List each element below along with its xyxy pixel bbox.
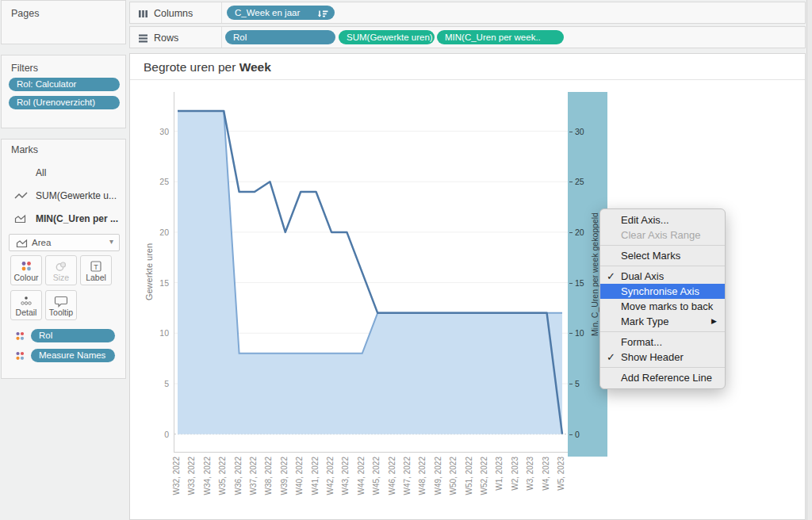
size-button[interactable]: Size	[45, 255, 77, 285]
filter-pill[interactable]: Rol: Calculator	[9, 78, 120, 91]
pages-shelf[interactable]: Pages	[1, 0, 126, 44]
x-axis-label: W3, 2023	[526, 457, 535, 514]
right-axis-tick-mark	[569, 283, 573, 284]
tooltip-button[interactable]: Tooltip	[45, 290, 77, 320]
shelf-pill[interactable]: Rol	[225, 30, 335, 44]
mark-type-dropdown[interactable]: Area ▾	[9, 234, 120, 251]
marks-field-pill[interactable]: Rol	[31, 329, 115, 342]
chart-plot-area[interactable]	[174, 92, 568, 453]
x-axis-label: W1, 2023	[495, 457, 504, 514]
area-mark-icon	[14, 214, 26, 226]
marks-title: Marks	[2, 140, 125, 155]
menu-item-label: Select Marks	[621, 250, 680, 262]
chevron-down-icon: ▾	[109, 237, 113, 246]
x-axis-label: W36, 2022	[234, 457, 243, 514]
left-axis-tick-label: 15	[144, 278, 169, 288]
pages-title: Pages	[2, 1, 125, 19]
rows-shelf[interactable]: Rows RolSUM(Gewerkte uren)MIN(C_Uren per…	[129, 26, 806, 48]
x-axis-label: W42, 2022	[326, 457, 335, 514]
menu-item-show-header[interactable]: ✓Show Header	[600, 350, 725, 365]
menu-item-clear-axis-range[interactable]: Clear Axis Range	[600, 228, 725, 243]
colour-button[interactable]: Colour	[10, 255, 42, 285]
marks-item-label: All	[36, 167, 46, 178]
left-axis-tick-label: 25	[144, 177, 169, 186]
right-axis-tick-label: 20	[575, 228, 584, 237]
menu-item-edit-axis[interactable]: Edit Axis...	[600, 212, 725, 228]
x-axis-label: W34, 2022	[203, 457, 213, 514]
left-axis-tick-label: 0	[144, 430, 169, 439]
sheet-title-bar[interactable]: Begrote uren per Week	[130, 54, 805, 80]
menu-item-label: Edit Axis...	[621, 214, 669, 226]
shelf-divider	[221, 2, 222, 23]
sort-desc-icon	[317, 8, 328, 20]
area-series[interactable]	[178, 111, 562, 434]
button-label: Tooltip	[46, 308, 76, 317]
columns-shelf[interactable]: Columns C_Week en jaar	[129, 2, 806, 24]
marks-item-all[interactable]: All	[2, 162, 125, 184]
shelf-pill[interactable]: MIN(C_Uren per week..	[437, 30, 564, 44]
menu-item-label: Format...	[621, 336, 662, 348]
pill-label: SUM(Gewerkte uren)	[347, 32, 433, 42]
chart-svg	[174, 92, 569, 453]
checkmark-icon: ✓	[607, 269, 615, 284]
menu-item-move-marks-to-back[interactable]: Move marks to back	[600, 299, 725, 314]
menu-item-label: Dual Axis	[621, 270, 664, 282]
x-axis-label: W5, 2023	[557, 457, 566, 514]
size-icon	[46, 260, 76, 273]
filters-shelf[interactable]: Filters Rol: CalculatorRol (Urenoverzich…	[1, 55, 126, 128]
menu-item-dual-axis[interactable]: ✓Dual Axis	[600, 269, 725, 284]
menu-item-mark-type[interactable]: Mark Type▶	[600, 314, 725, 329]
shelf-pill[interactable]: SUM(Gewerkte uren)	[339, 30, 435, 44]
x-axis-label: W48, 2022	[418, 457, 427, 514]
x-axis-label: W51, 2022	[465, 457, 474, 514]
right-axis-tick-label: 25	[575, 177, 584, 186]
marks-item-sumgewerkteu[interactable]: SUM(Gewerkte u...	[2, 185, 125, 207]
rows-icon	[138, 32, 148, 47]
sheet-title: Begrote uren per Week	[144, 60, 271, 75]
menu-item-label: Synchronise Axis	[621, 285, 699, 297]
marks-item-mincurenper[interactable]: MIN(C_Uren per ...	[2, 208, 125, 230]
x-axis-label: W38, 2022	[264, 457, 274, 514]
colour-icon	[11, 260, 41, 273]
right-axis-tick-mark	[569, 434, 573, 435]
field-dots-icon	[14, 350, 25, 365]
right-axis-tick-label: 5	[575, 379, 580, 388]
rows-shelf-label: Rows	[154, 32, 178, 44]
menu-separator	[600, 367, 725, 368]
button-label: Size	[46, 273, 76, 282]
x-axis-label: W32, 2022	[172, 457, 182, 514]
menu-item-label: Clear Axis Range	[621, 229, 700, 241]
right-axis-tick-label: 15	[575, 278, 584, 288]
x-axis-label: W45, 2022	[372, 457, 381, 514]
columns-shelf-label: Columns	[154, 8, 193, 19]
menu-item-synchronise-axis[interactable]: Synchronise Axis	[600, 284, 725, 299]
pill-label: C_Week en jaar	[235, 8, 300, 17]
area-mark-icon	[16, 239, 28, 250]
button-label: Label	[81, 273, 111, 282]
shelf-pill[interactable]: C_Week en jaar	[227, 6, 335, 20]
x-axis-label: W50, 2022	[449, 457, 458, 514]
columns-icon	[138, 8, 148, 22]
right-axis-tick-mark	[569, 232, 573, 233]
button-label: Detail	[11, 308, 41, 317]
x-axis-label: W2, 2023	[511, 457, 520, 514]
marks-field-pill[interactable]: Measure Names	[31, 349, 115, 362]
right-axis-tick-label: 10	[575, 328, 584, 338]
x-axis-label: W40, 2022	[295, 457, 304, 514]
marks-item-label: SUM(Gewerkte u...	[36, 190, 117, 201]
filter-pill[interactable]: Rol (Urenoverzicht)	[9, 96, 120, 109]
menu-separator	[600, 266, 725, 266]
menu-item-format[interactable]: Format...	[600, 335, 725, 350]
menu-item-select-marks[interactable]: Select Marks	[600, 248, 725, 263]
scrollbar-gutter[interactable]	[806, 0, 812, 520]
button-label: Colour	[11, 273, 41, 282]
menu-item-add-reference-line[interactable]: Add Reference Line	[600, 370, 725, 385]
detail-button[interactable]: Detail	[10, 290, 42, 320]
mark-type-value: Area	[32, 238, 51, 247]
checkmark-icon: ✓	[607, 350, 615, 365]
menu-item-label: Show Header	[621, 351, 684, 363]
x-axis-label: W33, 2022	[187, 457, 197, 514]
left-axis-tick-label: 30	[144, 127, 169, 136]
label-button[interactable]: TLabel	[80, 255, 112, 285]
right-axis-tick-mark	[569, 132, 573, 132]
